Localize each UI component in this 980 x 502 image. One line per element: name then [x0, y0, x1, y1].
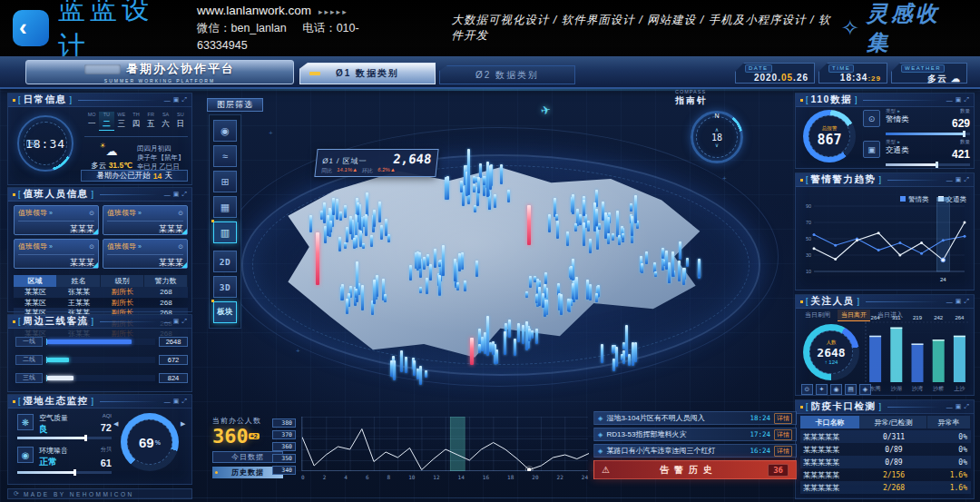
panel-collapse-icon[interactable]: — — [164, 97, 171, 103]
compass-dial[interactable]: N ∧ 18 ∨ — [691, 111, 743, 163]
flow-bar-row: 三线 824 — [15, 371, 188, 384]
map-mode-button[interactable]: 2D — [213, 251, 237, 272]
layer-tool-button[interactable]: ▥ — [213, 221, 237, 243]
panel-window-icon[interactable]: ▣ — [173, 318, 180, 325]
website-link[interactable]: www.lanlanwork.com — [197, 4, 311, 17]
map-mode-button[interactable]: 板块 — [213, 301, 237, 323]
x-axis-tick: 12 — [433, 474, 439, 480]
layer-tool-button[interactable]: ≈ — [213, 145, 237, 167]
panel-collapse-icon[interactable]: — — [164, 319, 171, 325]
data-category-tab[interactable]: Ø2 数据类别 — [439, 65, 575, 84]
screen: ‹ 蓝蓝设计 www.lanlanwork.com▸▸▸▸▸ 微信：ben_la… — [0, 0, 980, 502]
layer-tool-button[interactable]: ▦ — [213, 196, 237, 218]
camera-icon[interactable]: ⊙ — [89, 243, 94, 251]
layer-tool-icon: ⊞ — [220, 176, 229, 188]
layer-tool-button[interactable]: ⊞ — [213, 171, 237, 192]
calendar-day[interactable]: WE三 — [114, 112, 129, 131]
svg-text:10: 10 — [806, 269, 811, 274]
focus-tab[interactable]: 当日刷闸 — [801, 310, 834, 321]
arrow-right-icon: » — [897, 108, 900, 113]
alert-detail-button[interactable]: 详情 — [774, 446, 792, 457]
panel-collapse-icon[interactable]: — — [164, 399, 171, 405]
panel-collapse-icon[interactable]: — — [946, 404, 953, 410]
alert-row[interactable]: ◈ 湿地3-104片区有不明人员闯入 18:24 详情 — [593, 411, 797, 425]
duty-leader-card[interactable]: 值班领导 » ⊙ 某某某 — [14, 239, 99, 269]
alert-history-bar[interactable]: ⚠ 告警历史 36 — [593, 460, 797, 479]
gauge-left-arrow-icon[interactable]: ◀ — [113, 420, 118, 428]
panel-window-icon[interactable]: ▣ — [956, 403, 962, 410]
duty-leader-card[interactable]: 值班领导 » ⊙ 某某某 — [14, 205, 99, 235]
focus-tool-icon[interactable]: ⊙ — [801, 384, 813, 395]
panel-collapse-icon[interactable]: — — [946, 97, 953, 103]
layer-tool-icon: ◉ — [220, 125, 230, 137]
chevron-up-icon: ∧ — [715, 127, 719, 133]
panel-window-icon[interactable]: ▣ — [956, 176, 962, 183]
calendar-day[interactable]: SU日 — [173, 112, 188, 131]
camera-icon[interactable]: ⊙ — [178, 243, 183, 251]
calendar-day[interactable]: SA六 — [158, 112, 172, 131]
focus-bar-chart: 264东闸311沙湖219沙湾242沙桥264上沙 — [865, 313, 970, 393]
panel-collapse-icon[interactable]: — — [164, 192, 171, 198]
svg-text:沙桥: 沙桥 — [932, 386, 944, 391]
weather-text: 多云 — [91, 161, 106, 170]
duty-leader-card[interactable]: 值班领导 » ⊙ 某某某 — [103, 205, 188, 235]
calendar-day[interactable]: TU二 — [99, 112, 113, 131]
panel-expand-icon[interactable]: ⤢ — [964, 403, 969, 410]
panel-expand-icon[interactable]: ⤢ — [964, 298, 969, 305]
calendar-day[interactable]: TH四 — [129, 112, 143, 131]
data-category-tab[interactable]: Ø1 数据类别 — [299, 63, 436, 84]
duty-leader-card[interactable]: 值班领导 » ⊙ 某某某 — [103, 239, 188, 269]
focus-tool-icon[interactable]: ✦ — [816, 384, 828, 395]
panel-duty-staff: [值班人员信息]—▣⤢ 值班领导 » ⊙ 某某某 值班领导 » ⊙ 某某某 值班… — [7, 187, 192, 312]
gauge-right-arrow-icon[interactable]: ▶ — [181, 420, 185, 428]
date-pill: DATE 2020.05.26 — [735, 63, 815, 84]
panel-window-icon[interactable]: ▣ — [173, 191, 180, 198]
panel-window-icon[interactable]: ▣ — [173, 96, 180, 103]
duty-column-header[interactable]: 姓名 — [57, 275, 101, 287]
panel-window-icon[interactable]: ▣ — [173, 398, 180, 405]
panel-window-icon[interactable]: ▣ — [956, 96, 962, 103]
censored-title-block — [84, 64, 121, 74]
panel-expand-icon[interactable]: ⤢ — [181, 191, 187, 198]
alert-row[interactable]: ◈ 某路口有小汽车违章连闯三个红灯 16:24 详情 — [593, 444, 797, 458]
layer-toolbar: ◉ ≈ ⊞ ▦ ▥ 2D 3D 板块 — [209, 114, 241, 329]
wechat-value: ben_lanlan — [231, 22, 287, 34]
alert-row[interactable]: ◈ RD13-53指挥部堆料火灾 17:24 详情 — [593, 428, 797, 441]
panel-expand-icon[interactable]: ⤢ — [964, 96, 969, 103]
camera-icon[interactable]: ⊙ — [178, 210, 183, 217]
svg-text:90: 90 — [806, 203, 811, 209]
panel-expand-icon[interactable]: ⤢ — [181, 96, 187, 103]
checkpoint-table-body: 某某某某某 0/311 0% 某某某某某 0/89 0% 某某某某某 0/89 … — [800, 430, 971, 494]
checkpoint-column-header[interactable]: 异常/已检测 — [860, 416, 927, 428]
checkpoint-column-header[interactable]: 卡口名称 — [800, 416, 860, 428]
duty-column-header[interactable]: 警力数 — [144, 275, 188, 287]
camera-icon[interactable]: ⊙ — [89, 210, 94, 217]
focus-tool-icon[interactable]: ◉ — [830, 384, 842, 395]
panel-collapse-icon[interactable]: — — [946, 299, 953, 305]
panel-title: 防疫卡口检测 — [811, 400, 877, 413]
alert-detail-button[interactable]: 详情 — [774, 413, 792, 424]
inspiration-brand[interactable]: ✧ 灵感收集 — [841, 0, 956, 57]
focus-tool-icon[interactable]: ▤ — [845, 384, 857, 395]
svg-text:311: 311 — [892, 315, 901, 320]
panel-window-icon[interactable]: ▣ — [956, 298, 962, 305]
layer-tool-button[interactable]: ◉ — [213, 120, 237, 142]
duty-column-header[interactable]: 区域 — [14, 275, 57, 287]
panel-expand-icon[interactable]: ⤢ — [964, 176, 969, 183]
panel-expand-icon[interactable]: ⤢ — [181, 398, 187, 405]
alert-detail-button[interactable]: 详情 — [774, 429, 792, 440]
panel-collapse-icon[interactable]: — — [946, 177, 953, 183]
calendar-day[interactable]: FR五 — [143, 112, 158, 131]
duty-column-header[interactable]: 级别 — [101, 275, 144, 287]
svg-text:264: 264 — [871, 315, 881, 320]
panel-title: 值班人员信息 — [24, 188, 89, 201]
panel-passenger-flow: [周边三线客流]—▣⤢ 一线 2648 二线 672 三线 824 — [7, 314, 192, 392]
panel-expand-icon[interactable]: ⤢ — [181, 318, 187, 325]
flow-bar-track — [46, 339, 155, 345]
arrows-icon: ▸▸▸▸▸ — [318, 7, 348, 16]
map-mode-button[interactable]: 3D — [213, 276, 237, 298]
x-axis-tick: 0 — [301, 474, 305, 480]
calendar-day[interactable]: MO一 — [84, 112, 99, 131]
checkpoint-column-header[interactable]: 异常率 — [927, 416, 971, 428]
ampm-badge: PM — [26, 140, 37, 147]
